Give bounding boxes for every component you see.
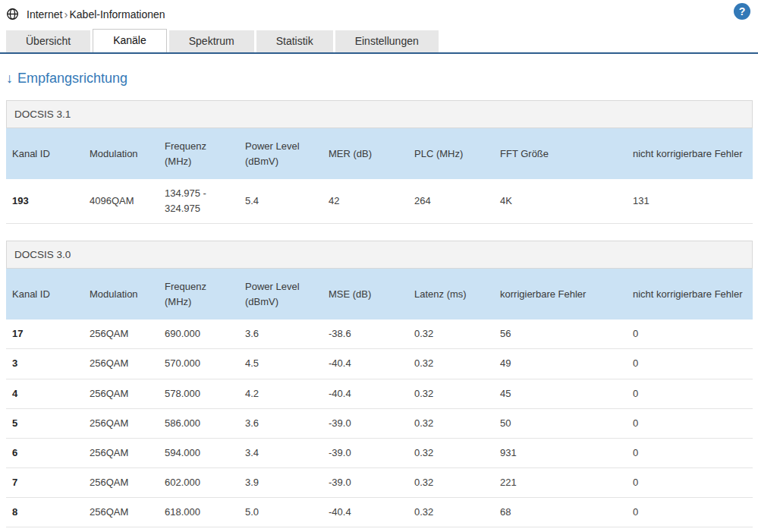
table-cell: 3.9 [239,467,322,497]
table-cell: 3.6 [239,408,322,438]
table-cell: -39.0 [322,408,408,438]
table-cell: 9 [6,527,83,532]
docsis-31-table: Kanal IDModulationFrequenz (MHz)Power Le… [6,128,753,224]
table-row: 3256QAM570.0004.5-40.40.32490 [6,349,753,379]
table-cell: 0 [627,408,753,438]
table-cell: 3 [627,527,753,532]
breadcrumb-items: Internet›Kabel-Informationen [27,8,165,20]
docsis-30-table: Kanal IDModulationFrequenz (MHz)Power Le… [6,269,753,532]
table-cell: 4 [6,379,83,408]
table-cell: 256QAM [83,320,159,349]
table-row: 9256QAM626.0004.8-39.00.32783 [6,527,753,532]
table-cell: 618.000 [159,498,239,527]
table-cell: 49 [494,349,627,379]
table-cell: 0 [627,320,753,349]
table-cell: 256QAM [83,349,159,379]
breadcrumb: Internet›Kabel-Informationen [6,8,165,20]
column-header: Frequenz (MHz) [159,269,239,320]
tab-ubersicht[interactable]: Übersicht [6,30,90,52]
breadcrumb-item: Kabel-Informationen [69,8,165,20]
table-cell: -40.4 [322,349,408,379]
tab-kanale[interactable]: Kanäle [93,29,167,52]
table-cell: -39.0 [322,527,408,532]
column-header: Power Level (dBmV) [239,128,322,179]
table-cell: 256QAM [83,467,159,497]
table-row: 8256QAM618.0005.0-40.40.32680 [6,498,753,527]
table-cell: -40.4 [322,498,408,527]
table-cell: 4K [494,179,627,224]
table-cell: 0.32 [408,467,494,497]
docsis-30-section: DOCSIS 3.0 Kanal IDModulationFrequenz (M… [6,241,753,532]
table-cell: 0.32 [408,349,494,379]
column-header: Kanal ID [6,128,83,179]
table-cell: 3.4 [239,438,322,467]
column-header: MSE (dB) [322,269,408,320]
table-cell: 56 [494,320,627,349]
table-cell: 5 [6,408,83,438]
column-header: nicht korrigierbare Fehler [627,269,753,320]
table-cell: 0 [627,498,753,527]
table-cell: 193 [6,179,83,224]
tab-statistik[interactable]: Statistik [256,30,333,52]
section-title: ↓ Empfangsrichtung [6,71,758,87]
column-header: nicht korrigierbare Fehler [627,128,753,179]
table-cell: 256QAM [83,498,159,527]
table-cell: 0.32 [408,498,494,527]
table-cell: 42 [322,179,408,224]
table-cell: 256QAM [83,438,159,467]
breadcrumb-item[interactable]: Internet [27,8,62,20]
table-row: 6256QAM594.0003.4-39.00.329310 [6,438,753,467]
table-cell: 221 [494,467,627,497]
table-header-row: Kanal IDModulationFrequenz (MHz)Power Le… [6,128,753,179]
globe-icon [6,8,19,20]
table-cell: 3.6 [239,320,322,349]
table-cell: 594.000 [159,438,239,467]
tab-einstellungen[interactable]: Einstellungen [335,30,439,52]
table-cell: 626.000 [159,527,239,532]
table-cell: 0.32 [408,320,494,349]
table-cell: 50 [494,408,627,438]
table-cell: 931 [494,438,627,467]
table-cell: 602.000 [159,467,239,497]
column-header: Power Level (dBmV) [239,269,322,320]
column-header: FFT Größe [494,128,627,179]
table-cell: 45 [494,379,627,408]
column-header: Kanal ID [6,269,83,320]
table-cell: 0 [627,467,753,497]
table-cell: 5.4 [239,179,322,224]
table-cell: 0.32 [408,379,494,408]
docsis-31-section: DOCSIS 3.1 Kanal IDModulationFrequenz (M… [6,100,753,224]
table-cell: -38.6 [322,320,408,349]
table-cell: 256QAM [83,379,159,408]
table-cell: 7 [6,467,83,497]
table-cell: 0.32 [408,527,494,532]
table-cell: 256QAM [83,408,159,438]
table-cell: 134.975 - 324.975 [159,179,239,224]
table-cell: -39.0 [322,467,408,497]
table-cell: 17 [6,320,83,349]
table-row: 4256QAM578.0004.2-40.40.32450 [6,379,753,408]
table-cell: 570.000 [159,349,239,379]
table-cell: 256QAM [83,527,159,532]
column-header: korrigierbare Fehler [494,269,627,320]
table-cell: 0 [627,349,753,379]
table-cell: 5.0 [239,498,322,527]
table-cell: 6 [6,438,83,467]
table-cell: 0 [627,379,753,408]
section-title-text: Empfangsrichtung [17,71,127,87]
column-header: Modulation [83,269,159,320]
table-cell: 0.32 [408,438,494,467]
tab-spektrum[interactable]: Spektrum [169,30,254,52]
table-title-docsis-31: DOCSIS 3.1 [6,100,753,128]
help-button[interactable]: ? [734,3,750,20]
table-cell: 0 [627,438,753,467]
table-cell: 264 [408,179,494,224]
table-title-docsis-30: DOCSIS 3.0 [6,241,753,269]
table-cell: 578.000 [159,379,239,408]
table-cell: 4.2 [239,379,322,408]
table-cell: 4096QAM [83,179,159,224]
table-row: 17256QAM690.0003.6-38.60.32560 [6,320,753,349]
column-header: PLC (MHz) [408,128,494,179]
tab-bar: ÜbersichtKanäleSpektrumStatistikEinstell… [0,24,758,54]
table-cell: 3 [6,349,83,379]
